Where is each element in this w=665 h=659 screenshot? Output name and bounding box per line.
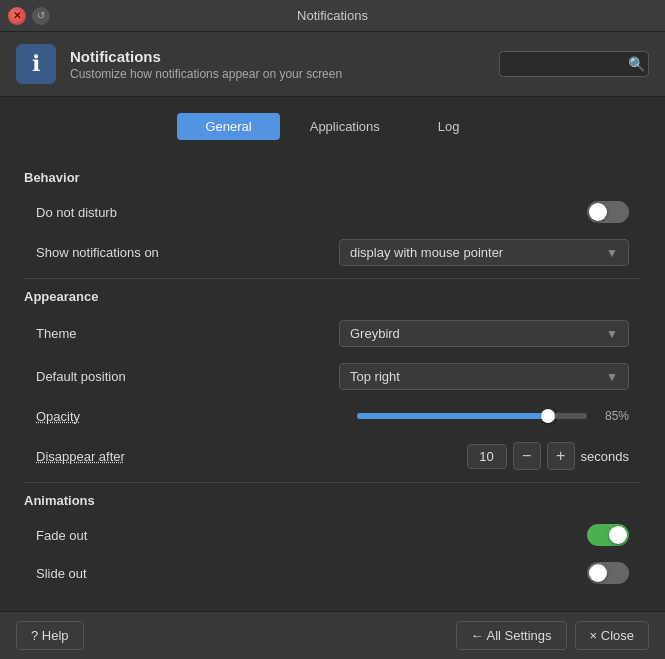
tabs-container: General Applications Log	[0, 97, 665, 148]
separator-1	[24, 278, 641, 279]
slide-out-toggle[interactable]	[587, 562, 629, 584]
do-not-disturb-row: Do not disturb	[24, 193, 641, 231]
chevron-down-icon: ▼	[606, 246, 618, 260]
all-settings-button[interactable]: ← All Settings	[456, 621, 567, 650]
disappear-after-row: Disappear after 10 − + seconds	[24, 434, 641, 478]
search-input[interactable]	[508, 57, 628, 72]
app-icon: ℹ	[16, 44, 56, 84]
show-notifications-dropdown[interactable]: display with mouse pointer ▼	[339, 239, 629, 266]
default-position-row: Default position Top right ▼	[24, 355, 641, 398]
footer: ? Help ← All Settings × Close	[0, 611, 665, 659]
animations-section-title: Animations	[24, 493, 641, 508]
help-button[interactable]: ? Help	[16, 621, 84, 650]
title-bar: ✕ ↺ Notifications	[0, 0, 665, 32]
search-icon: 🔍	[628, 56, 645, 72]
seconds-label: seconds	[581, 449, 629, 464]
opacity-value: 85%	[597, 409, 629, 423]
content-area: Behavior Do not disturb Show notificatio…	[0, 148, 665, 604]
header-subtitle: Customize how notifications appear on yo…	[70, 67, 342, 81]
header-text: Notifications Customize how notification…	[70, 48, 342, 81]
disappear-after-spinbox: 10 − + seconds	[467, 442, 629, 470]
tab-log[interactable]: Log	[410, 113, 488, 140]
window-close-button[interactable]: ✕	[8, 7, 26, 25]
theme-dropdown[interactable]: Greybird ▼	[339, 320, 629, 347]
fade-out-row: Fade out	[24, 516, 641, 554]
behavior-section-title: Behavior	[24, 170, 641, 185]
slide-out-knob	[589, 564, 607, 582]
default-position-label: Default position	[36, 369, 126, 384]
default-position-value: Top right	[350, 369, 400, 384]
header-left: ℹ Notifications Customize how notificati…	[16, 44, 342, 84]
disappear-after-label: Disappear after	[36, 449, 125, 464]
opacity-label: Opacity	[36, 409, 80, 424]
window-refresh-button[interactable]: ↺	[32, 7, 50, 25]
show-notifications-value: display with mouse pointer	[350, 245, 503, 260]
disappear-after-value: 10	[467, 444, 507, 469]
appearance-section-title: Appearance	[24, 289, 641, 304]
chevron-down-icon-3: ▼	[606, 370, 618, 384]
window-title: Notifications	[297, 8, 368, 23]
search-box[interactable]: 🔍	[499, 51, 649, 77]
slide-out-row: Slide out	[24, 554, 641, 592]
theme-label: Theme	[36, 326, 76, 341]
show-notifications-on-row: Show notifications on display with mouse…	[24, 231, 641, 274]
fade-out-toggle[interactable]	[587, 524, 629, 546]
opacity-row: Opacity 85%	[24, 398, 641, 434]
slide-out-label: Slide out	[36, 566, 87, 581]
fade-out-knob	[609, 526, 627, 544]
header-title: Notifications	[70, 48, 342, 65]
footer-right: ← All Settings × Close	[456, 621, 649, 650]
do-not-disturb-label: Do not disturb	[36, 205, 117, 220]
fade-out-label: Fade out	[36, 528, 87, 543]
theme-row: Theme Greybird ▼	[24, 312, 641, 355]
decrement-button[interactable]: −	[513, 442, 541, 470]
chevron-down-icon-2: ▼	[606, 327, 618, 341]
opacity-slider[interactable]	[357, 413, 587, 419]
show-notifications-on-label: Show notifications on	[36, 245, 159, 260]
default-position-dropdown[interactable]: Top right ▼	[339, 363, 629, 390]
tab-general[interactable]: General	[177, 113, 279, 140]
header: ℹ Notifications Customize how notificati…	[0, 32, 665, 97]
opacity-slider-row: 85%	[80, 409, 629, 423]
do-not-disturb-toggle[interactable]	[587, 201, 629, 223]
separator-2	[24, 482, 641, 483]
do-not-disturb-knob	[589, 203, 607, 221]
increment-button[interactable]: +	[547, 442, 575, 470]
close-button[interactable]: × Close	[575, 621, 649, 650]
theme-value: Greybird	[350, 326, 400, 341]
tab-applications[interactable]: Applications	[282, 113, 408, 140]
